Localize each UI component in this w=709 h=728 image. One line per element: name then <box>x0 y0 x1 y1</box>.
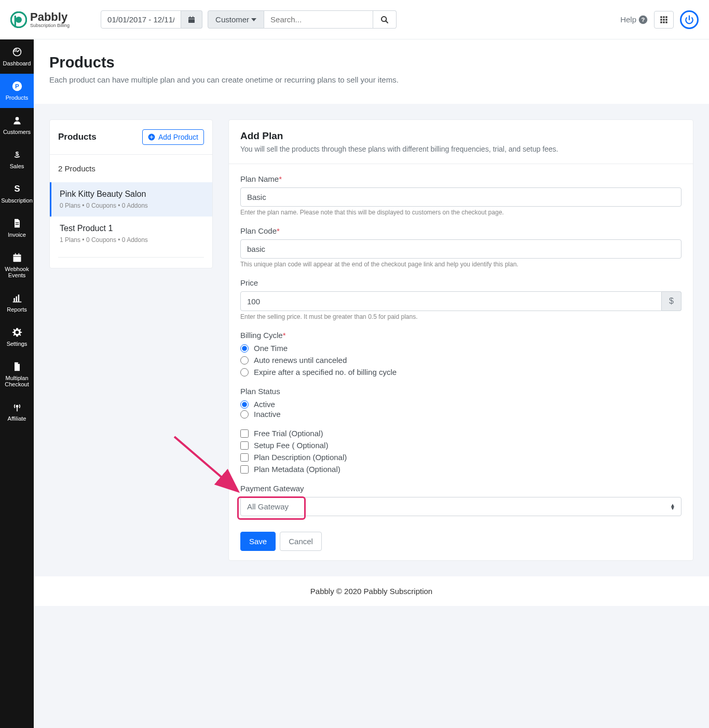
cancel-button[interactable]: Cancel <box>280 532 322 551</box>
optional-checkbox-row[interactable]: Plan Metadata (Optional) <box>240 465 681 474</box>
optional-checkbox[interactable] <box>240 441 249 450</box>
plan-status-option[interactable]: Active <box>240 400 681 409</box>
plan-name-help: Enter the plan name. Please note that th… <box>240 209 681 216</box>
search-input[interactable] <box>264 10 373 29</box>
page-title: Products <box>49 54 693 71</box>
sidebar-item-label: Subscription <box>1 197 33 204</box>
optional-checkbox-row[interactable]: Setup Fee ( Optional) <box>240 441 681 450</box>
svg-rect-30 <box>15 253 16 255</box>
sidebar-item-label: Webhook Events <box>2 266 32 278</box>
calendar-button[interactable] <box>181 10 202 29</box>
sidebar-item-products[interactable]: PProducts <box>0 74 34 108</box>
sidebar-item-label: Products <box>6 95 28 101</box>
apps-grid-button[interactable] <box>654 11 674 29</box>
sidebar-item-invoice[interactable]: Invoice <box>0 211 34 245</box>
sidebar-item-customers[interactable]: Customers <box>0 108 34 142</box>
sidebar-item-label: Dashboard <box>3 60 31 66</box>
page-subtitle: Each product can have multiple plan and … <box>49 75 693 84</box>
sidebar: DashboardPProductsCustomers$SalesSSubscr… <box>0 39 34 606</box>
payment-gateway-select[interactable] <box>240 497 681 516</box>
sidebar-item-label: Invoice <box>8 232 26 238</box>
sidebar-item-affiliate[interactable]: Affiliate <box>0 395 34 429</box>
optional-checkbox[interactable] <box>240 453 249 462</box>
customer-label: Customer <box>215 15 249 24</box>
add-product-button[interactable]: Add Product <box>142 129 204 145</box>
logo-p-icon <box>10 11 27 28</box>
optional-check-label: Setup Fee ( Optional) <box>254 441 328 450</box>
footer-text: Pabbly © 2020 Pabbly Subscription <box>34 576 709 606</box>
calendar-icon <box>187 16 196 24</box>
sidebar-item-subscription[interactable]: SSubscription <box>0 177 34 211</box>
billing-cycle-label: Billing Cycle* <box>240 331 681 340</box>
svg-rect-2 <box>188 17 195 23</box>
status-radio[interactable] <box>240 410 249 419</box>
product-item[interactable]: Test Product 11 Plans • 0 Coupons • 0 Ad… <box>50 217 212 251</box>
sidebar-item-sales[interactable]: $Sales <box>0 142 34 177</box>
plan-code-label: Plan Code* <box>240 226 681 235</box>
payment-gateway-label: Payment Gateway <box>240 484 681 493</box>
plan-status-option[interactable]: Inactive <box>240 410 681 419</box>
sidebar-item-dashboard[interactable]: Dashboard <box>0 39 34 74</box>
svg-rect-14 <box>663 19 664 20</box>
customer-dropdown-button[interactable]: Customer <box>208 10 264 29</box>
svg-text:P: P <box>15 83 19 89</box>
plan-code-input[interactable] <box>240 239 681 259</box>
svg-rect-3 <box>188 19 195 19</box>
sidebar-item-reports[interactable]: Reports <box>0 286 34 320</box>
optional-check-label: Free Trial (Optional) <box>254 429 323 438</box>
svg-rect-5 <box>193 16 193 18</box>
sidebar-item-label: Sales <box>10 163 24 169</box>
search-icon <box>380 16 389 24</box>
billing-radio[interactable] <box>240 344 249 353</box>
optional-checkbox-row[interactable]: Free Trial (Optional) <box>240 429 681 438</box>
s-bold-icon: S <box>12 184 22 194</box>
product-meta: 0 Plans • 0 Coupons • 0 Addons <box>60 202 204 209</box>
svg-point-23 <box>15 117 19 120</box>
price-input[interactable] <box>240 291 662 311</box>
svg-rect-32 <box>13 298 15 302</box>
billing-radio[interactable] <box>240 368 249 376</box>
billing-option-label: One Time <box>254 344 288 353</box>
svg-text:?: ? <box>642 16 645 22</box>
status-option-label: Active <box>254 400 275 409</box>
status-option-label: Inactive <box>254 410 281 419</box>
svg-rect-12 <box>665 16 667 18</box>
plan-name-input[interactable] <box>240 187 681 207</box>
svg-rect-26 <box>15 222 19 223</box>
dollar-icon: $ <box>12 150 22 160</box>
save-button[interactable]: Save <box>240 532 276 551</box>
optional-check-label: Plan Description (Optional) <box>254 453 347 462</box>
optional-checkbox-row[interactable]: Plan Description (Optional) <box>240 453 681 462</box>
billing-cycle-option[interactable]: Expire after a specified no. of billing … <box>240 368 681 376</box>
svg-point-36 <box>16 406 18 407</box>
status-radio[interactable] <box>240 400 249 409</box>
svg-rect-33 <box>16 296 17 302</box>
sidebar-item-webhook-events[interactable]: Webhook Events <box>0 245 34 286</box>
power-button[interactable] <box>680 10 699 29</box>
help-link[interactable]: Help ? <box>620 15 648 24</box>
products-count: 2 Products <box>50 155 212 182</box>
billing-radio[interactable] <box>240 356 249 365</box>
sidebar-item-multiplan-checkout[interactable]: Multiplan Checkout <box>0 354 34 395</box>
svg-rect-27 <box>15 224 19 225</box>
select-arrows-icon: ▲▼ <box>670 504 675 510</box>
product-meta: 1 Plans • 0 Coupons • 0 Addons <box>60 236 204 244</box>
grid-icon <box>660 16 668 24</box>
user-icon <box>12 115 22 126</box>
svg-rect-4 <box>190 16 190 18</box>
product-item[interactable]: Pink Kitty Beauty Salon0 Plans • 0 Coupo… <box>50 182 212 217</box>
optional-checkbox[interactable] <box>240 429 249 438</box>
optional-checkbox[interactable] <box>240 465 249 474</box>
dashboard-icon <box>12 47 22 57</box>
gear-icon <box>12 327 22 338</box>
logo[interactable]: Pabbly Subscription Billing <box>10 11 70 28</box>
search-button[interactable] <box>373 10 397 29</box>
svg-line-7 <box>386 21 388 23</box>
date-range-input[interactable] <box>101 10 181 29</box>
billing-cycle-option[interactable]: One Time <box>240 344 681 353</box>
sidebar-item-settings[interactable]: Settings <box>0 320 34 354</box>
help-label: Help <box>620 15 636 24</box>
file-icon <box>12 218 22 228</box>
billing-cycle-option[interactable]: Auto renews until canceled <box>240 356 681 365</box>
add-plan-title: Add Plan <box>240 130 681 142</box>
